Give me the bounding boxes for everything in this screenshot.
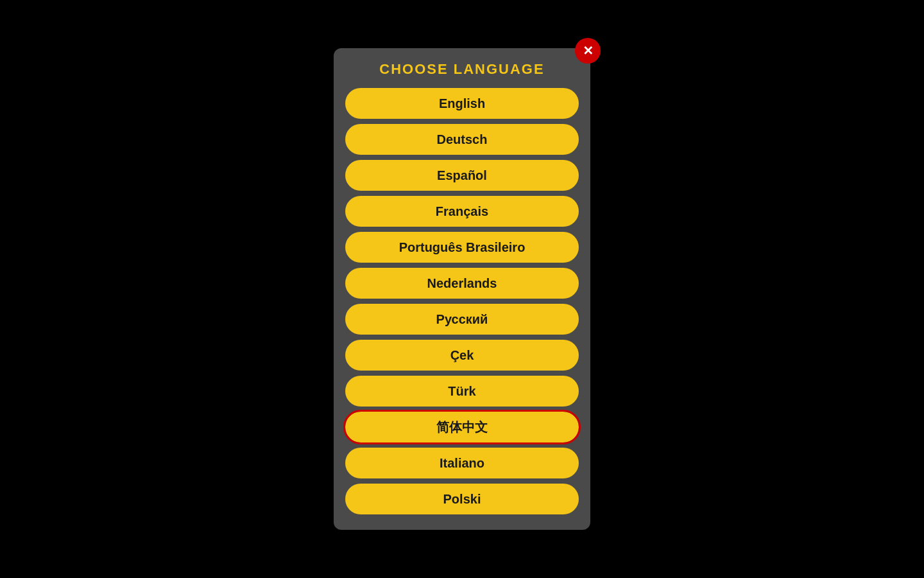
lang-button-francais[interactable]: Français <box>345 196 579 227</box>
lang-button-espanol[interactable]: Español <box>345 160 579 191</box>
lang-button-turkish[interactable]: Türk <box>345 376 579 407</box>
lang-button-polski[interactable]: Polski <box>345 484 579 514</box>
lang-button-english[interactable]: English <box>345 88 579 119</box>
lang-button-chinese[interactable]: 简体中文 <box>345 412 579 442</box>
lang-button-nederlands[interactable]: Nederlands <box>345 268 579 299</box>
modal-title: CHOOSE LANGUAGE <box>379 61 544 78</box>
lang-button-czech[interactable]: Çek <box>345 340 579 371</box>
lang-button-italiano[interactable]: Italiano <box>345 448 579 478</box>
close-button[interactable]: ✕ <box>575 38 601 64</box>
language-list: EnglishDeutschEspañolFrançaisPortuguês B… <box>345 88 579 514</box>
lang-button-portuguese[interactable]: Português Brasileiro <box>345 232 579 263</box>
lang-button-deutsch[interactable]: Deutsch <box>345 124 579 155</box>
language-modal-wrapper: CHOOSE LANGUAGE EnglishDeutschEspañolFra… <box>334 48 590 530</box>
language-modal: CHOOSE LANGUAGE EnglishDeutschEspañolFra… <box>334 48 590 530</box>
lang-button-russian[interactable]: Русский <box>345 304 579 335</box>
